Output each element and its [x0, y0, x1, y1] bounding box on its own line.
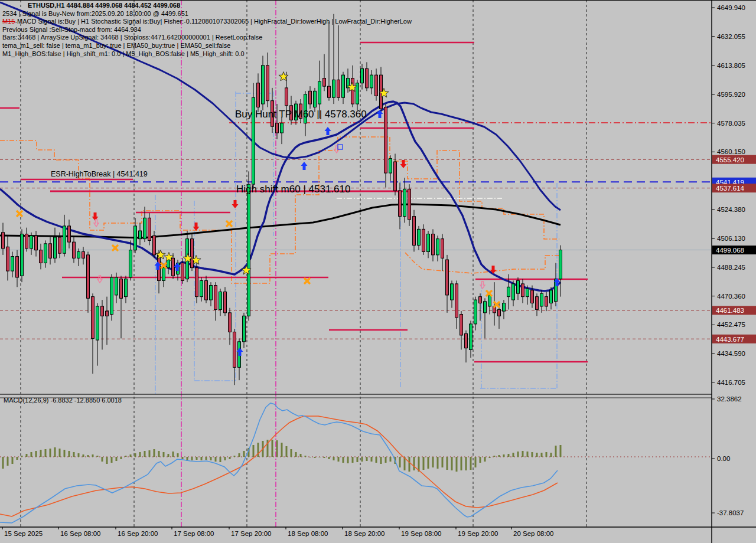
chart-info-overlay: ETHUSD,H1 4484.884 4499.068 4484.452 449… — [0, 2, 412, 58]
macd-histogram-bar — [73, 452, 75, 457]
candle — [200, 280, 203, 296]
macd-histogram-bar — [102, 457, 103, 462]
macd-histogram-bar — [281, 443, 283, 457]
macd-histogram-bar — [253, 445, 255, 457]
macd-histogram-bar — [328, 457, 330, 459]
macd-histogram-bar — [59, 449, 61, 457]
candle — [399, 191, 402, 217]
macd-histogram-bar — [470, 457, 472, 470]
macd-histogram-bar — [168, 454, 170, 457]
macd-histogram-bar — [201, 457, 203, 460]
macd-histogram-bar — [480, 457, 481, 463]
macd-histogram-bar — [347, 457, 349, 463]
macd-histogram-bar — [135, 453, 136, 457]
macd-axis-label: -37.8037 — [717, 509, 744, 516]
candle — [455, 284, 458, 318]
macd-histogram-bar — [224, 457, 226, 460]
macd-histogram-bar — [87, 455, 89, 457]
candle — [44, 244, 47, 263]
macd-histogram-bar — [276, 440, 278, 457]
candle — [526, 289, 529, 297]
candle — [309, 91, 312, 104]
signal-info-line: 2534 | Signal is Buy-New from:2025.09.20… — [0, 10, 412, 18]
macd-histogram-bar — [338, 457, 340, 462]
macd-histogram-bar — [26, 454, 28, 457]
macd-histogram-bar — [508, 454, 510, 457]
candle — [11, 257, 14, 271]
candle — [110, 277, 113, 315]
macd-label: MACD(12,26,9) -6.8832 -12.8850 6.0018 — [4, 397, 122, 404]
chart-canvas[interactable]: 4649.9404632.0554613.8054595.9204578.035… — [0, 0, 756, 543]
price-tag-label: 4461.483 — [716, 307, 744, 314]
macd-histogram-bar — [333, 457, 335, 460]
candle — [465, 333, 468, 348]
candle — [517, 280, 520, 293]
time-axis-label: 19 Sep 20:00 — [458, 530, 498, 537]
macd-histogram-bar — [144, 451, 146, 457]
macd-histogram-bar — [291, 449, 292, 457]
time-axis-label: 15 Sep 2025 — [4, 530, 43, 537]
macd-histogram-bar — [352, 457, 354, 463]
macd-histogram-bar — [555, 446, 557, 457]
macd-histogram-bar — [45, 449, 47, 457]
candle — [559, 250, 562, 279]
candle — [408, 189, 411, 220]
macd-histogram-bar — [314, 457, 316, 458]
macd-histogram-bar — [125, 456, 127, 457]
macd-histogram-bar — [196, 457, 198, 460]
price-axis-label: 4613.805 — [717, 62, 745, 69]
candle — [191, 239, 194, 268]
candle — [40, 250, 43, 263]
candle — [210, 286, 213, 300]
time-axis-label: 18 Sep 20:00 — [344, 530, 384, 537]
candle — [323, 78, 326, 87]
macd-histogram-bar — [139, 452, 141, 457]
macd-histogram-bar — [527, 452, 529, 457]
macd-histogram-bar — [517, 452, 519, 457]
candle — [337, 80, 340, 97]
candle — [422, 229, 425, 251]
macd-histogram-bar — [522, 451, 524, 457]
time-axis-label: 17 Sep 20:00 — [231, 530, 271, 537]
time-axis-label: 17 Sep 08:00 — [174, 530, 214, 537]
candle — [214, 286, 217, 310]
candle — [507, 287, 510, 296]
macd-histogram-bar — [376, 457, 377, 463]
candle — [205, 280, 208, 300]
macd-histogram-bar — [182, 457, 184, 459]
macd-histogram-bar — [120, 457, 122, 459]
macd-histogram-bar — [234, 456, 236, 457]
bars-info-line: Bars:34468 | ArraySize UpSignal: 34468 |… — [0, 34, 412, 42]
macd-histogram-bar — [295, 452, 297, 457]
price-axis-label: 4560.150 — [717, 148, 745, 155]
tema-info-line: tema_m1_sell: false | tema_m1_buy: true … — [0, 42, 412, 50]
candle — [58, 237, 61, 253]
macd-axis-label: 0.00 — [717, 455, 730, 462]
candle — [441, 239, 444, 259]
macd-histogram-bar — [215, 457, 217, 462]
macd-histogram-bar — [456, 457, 458, 472]
price-axis-label: 4506.130 — [717, 235, 745, 242]
candle — [262, 66, 265, 104]
macd-histogram-bar — [300, 454, 302, 457]
candle — [266, 66, 269, 101]
macd-histogram-bar — [366, 457, 368, 461]
macd-histogram-bar — [158, 451, 160, 457]
macd-histogram-bar — [309, 457, 311, 457]
macd-histogram-bar — [437, 457, 439, 469]
candle — [233, 332, 236, 367]
macd-histogram-bar — [206, 457, 207, 460]
candle — [106, 311, 109, 316]
macd-histogram-bar — [111, 457, 113, 463]
macd-histogram-bar — [550, 453, 552, 457]
macd-histogram-bar — [69, 451, 70, 457]
macd-histogram-bar — [447, 457, 448, 470]
candle — [120, 279, 123, 299]
candle — [550, 290, 553, 303]
price-axis-label: 4649.940 — [717, 4, 745, 11]
macd-histogram-bar — [498, 455, 500, 457]
candle — [219, 292, 222, 309]
macd-histogram-bar — [541, 453, 543, 457]
candle — [49, 244, 52, 258]
price-axis-label: 4488.245 — [717, 264, 745, 271]
